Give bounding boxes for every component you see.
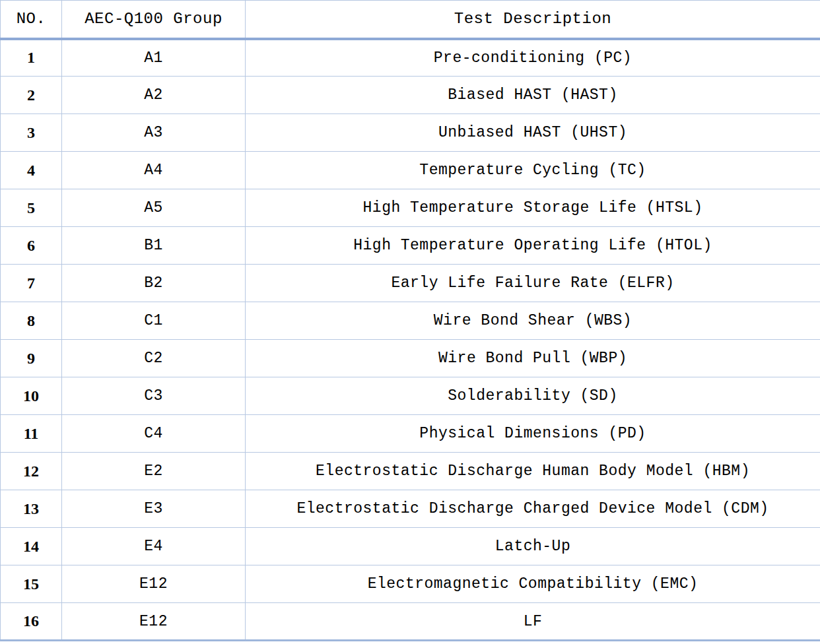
cell-description: Wire Bond Shear (WBS) <box>246 302 820 340</box>
table-row: 6B1High Temperature Operating Life (HTOL… <box>1 227 820 265</box>
cell-group: C4 <box>62 415 246 453</box>
cell-description: Biased HAST (HAST) <box>246 77 820 114</box>
cell-group: A1 <box>62 39 246 77</box>
cell-no: 2 <box>1 77 62 114</box>
column-header-no: NO. <box>1 1 62 39</box>
cell-group: B1 <box>62 227 246 265</box>
cell-group: B2 <box>62 265 246 302</box>
table-row: 8C1Wire Bond Shear (WBS) <box>1 302 820 340</box>
cell-no: 12 <box>1 453 62 490</box>
cell-group: A3 <box>62 114 246 152</box>
cell-no: 11 <box>1 415 62 453</box>
cell-description: High Temperature Operating Life (HTOL) <box>246 227 820 265</box>
table-row: 15E12Electromagnetic Compatibility (EMC) <box>1 565 820 603</box>
cell-no: 14 <box>1 528 62 565</box>
cell-group: C3 <box>62 377 246 415</box>
table-row: 14E4Latch-Up <box>1 528 820 565</box>
aec-q100-test-table: NO. AEC-Q100 Group Test Description 1A1P… <box>0 0 820 641</box>
table-row: 16E12LF <box>1 603 820 641</box>
cell-group: E12 <box>62 603 246 641</box>
document-page: NO. AEC-Q100 Group Test Description 1A1P… <box>0 0 820 644</box>
cell-no: 8 <box>1 302 62 340</box>
cell-no: 1 <box>1 39 62 77</box>
cell-description: Physical Dimensions (PD) <box>246 415 820 453</box>
cell-no: 6 <box>1 227 62 265</box>
cell-description: Electrostatic Discharge Charged Device M… <box>246 490 820 528</box>
cell-group: E4 <box>62 528 246 565</box>
table-row: 13E3Electrostatic Discharge Charged Devi… <box>1 490 820 528</box>
table-row: 4A4Temperature Cycling (TC) <box>1 152 820 189</box>
table-row: 10C3Solderability (SD) <box>1 377 820 415</box>
cell-description: High Temperature Storage Life (HTSL) <box>246 189 820 227</box>
cell-no: 9 <box>1 340 62 377</box>
cell-description: Temperature Cycling (TC) <box>246 152 820 189</box>
cell-no: 5 <box>1 189 62 227</box>
cell-description: Latch-Up <box>246 528 820 565</box>
cell-description: Wire Bond Pull (WBP) <box>246 340 820 377</box>
cell-description: LF <box>246 603 820 641</box>
header-row: NO. AEC-Q100 Group Test Description <box>1 1 820 39</box>
table-body: 1A1Pre-conditioning (PC)2A2Biased HAST (… <box>1 39 820 641</box>
cell-no: 3 <box>1 114 62 152</box>
column-header-description: Test Description <box>246 1 820 39</box>
cell-description: Unbiased HAST (UHST) <box>246 114 820 152</box>
table-row: 12E2Electrostatic Discharge Human Body M… <box>1 453 820 490</box>
cell-no: 4 <box>1 152 62 189</box>
cell-no: 15 <box>1 565 62 603</box>
cell-description: Pre-conditioning (PC) <box>246 39 820 77</box>
cell-group: C2 <box>62 340 246 377</box>
cell-no: 16 <box>1 603 62 641</box>
cell-group: C1 <box>62 302 246 340</box>
cell-group: A5 <box>62 189 246 227</box>
cell-group: E12 <box>62 565 246 603</box>
table-row: 2A2Biased HAST (HAST) <box>1 77 820 114</box>
cell-group: E3 <box>62 490 246 528</box>
cell-group: A2 <box>62 77 246 114</box>
table-row: 7B2Early Life Failure Rate (ELFR) <box>1 265 820 302</box>
table-row: 11C4Physical Dimensions (PD) <box>1 415 820 453</box>
column-header-group: AEC-Q100 Group <box>62 1 246 39</box>
cell-description: Solderability (SD) <box>246 377 820 415</box>
cell-description: Early Life Failure Rate (ELFR) <box>246 265 820 302</box>
table-row: 1A1Pre-conditioning (PC) <box>1 39 820 77</box>
cell-no: 7 <box>1 265 62 302</box>
table-row: 3A3Unbiased HAST (UHST) <box>1 114 820 152</box>
cell-no: 10 <box>1 377 62 415</box>
table-header: NO. AEC-Q100 Group Test Description <box>1 1 820 39</box>
table-row: 9C2Wire Bond Pull (WBP) <box>1 340 820 377</box>
cell-group: E2 <box>62 453 246 490</box>
cell-group: A4 <box>62 152 246 189</box>
table-row: 5A5High Temperature Storage Life (HTSL) <box>1 189 820 227</box>
cell-description: Electrostatic Discharge Human Body Model… <box>246 453 820 490</box>
cell-no: 13 <box>1 490 62 528</box>
cell-description: Electromagnetic Compatibility (EMC) <box>246 565 820 603</box>
